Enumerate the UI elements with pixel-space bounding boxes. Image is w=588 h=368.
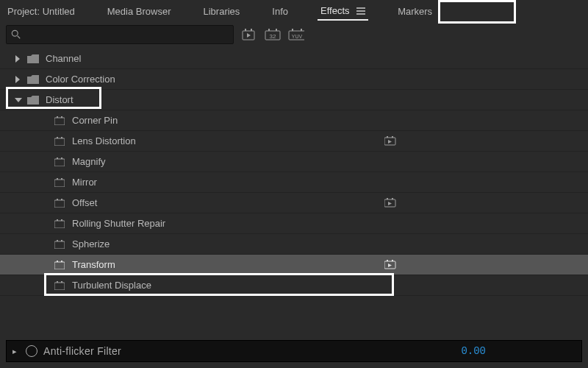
svg-rect-41 [392,198,393,199]
svg-rect-36 [54,200,65,208]
folder-label: Distort [46,94,74,105]
svg-rect-6 [245,29,246,31]
preset-icon [53,198,66,208]
effect-corner-pin[interactable]: Corner Pin [0,110,588,131]
effects-search[interactable] [6,25,234,44]
preset-icon [53,177,66,188]
svg-rect-22 [61,116,62,118]
effect-controls-row[interactable]: ▸ Anti-flicker Filter 0.00 [6,340,582,362]
svg-rect-53 [387,260,388,261]
chevron-down-icon[interactable] [15,97,26,103]
svg-rect-10 [268,29,270,31]
svg-marker-42 [388,202,392,205]
effects-toolbar: 32 YUV [0,22,588,47]
gpu-badge-icon [384,260,397,270]
svg-text:YUV: YUV [292,34,303,39]
svg-marker-8 [247,33,251,38]
effect-offset[interactable]: Offset [0,193,588,213]
effect-label: Magnify [72,156,106,167]
accelerated-effects-icon[interactable] [241,28,257,41]
svg-rect-50 [57,261,58,262]
preset-icon [53,260,66,270]
svg-rect-28 [392,136,393,138]
svg-rect-32 [61,158,62,159]
svg-rect-54 [392,260,393,261]
tab-markers[interactable]: Markers [395,3,435,20]
tab-project[interactable]: Project: Untitled [4,3,78,20]
preset-icon [53,157,66,167]
svg-marker-29 [388,140,392,144]
effect-lens-distortion[interactable]: Lens Distortion [0,131,588,152]
property-value[interactable]: 0.00 [461,345,486,357]
panel-menu-icon[interactable] [356,7,365,15]
effect-rolling-shutter[interactable]: Rolling Shutter Repair [0,213,588,234]
svg-rect-27 [387,136,388,138]
effect-spherize[interactable]: Spherize [0,234,588,255]
effect-label: Turbulent Displace [72,280,151,291]
search-icon [11,29,21,40]
effect-mirror[interactable]: Mirror [0,172,588,193]
chevron-right-icon[interactable]: ▸ [7,347,23,356]
svg-rect-31 [57,158,58,159]
svg-rect-23 [54,138,65,146]
svg-rect-45 [61,219,62,221]
svg-text:32: 32 [270,33,276,40]
svg-marker-18 [15,76,20,83]
svg-rect-38 [61,199,62,200]
svg-rect-56 [54,283,65,290]
svg-rect-58 [61,281,62,283]
stopwatch-icon[interactable] [26,345,37,357]
svg-rect-43 [54,221,65,228]
effect-turbulent-displace[interactable]: Turbulent Displace [0,275,588,296]
folder-color-correction[interactable]: Color Correction [0,69,588,90]
svg-marker-17 [15,55,20,63]
svg-rect-11 [276,29,277,31]
folder-icon [26,74,40,85]
effect-label: Lens Distortion [72,135,136,146]
svg-marker-55 [388,263,392,267]
folder-label: Color Correction [46,74,115,85]
svg-rect-30 [54,159,65,166]
tab-media-browser[interactable]: Media Browser [104,3,174,20]
svg-rect-47 [57,240,58,241]
chevron-right-icon[interactable] [15,76,26,83]
effect-transform[interactable]: Transform [0,255,588,275]
yuv-effects-icon[interactable]: YUV [288,28,304,41]
effect-magnify[interactable]: Magnify [0,152,588,172]
svg-rect-35 [61,178,62,180]
chevron-right-icon[interactable] [15,55,26,63]
preset-icon [53,280,66,291]
svg-rect-33 [54,180,65,187]
folder-icon [26,95,40,105]
svg-rect-20 [54,118,65,125]
svg-rect-48 [61,240,62,241]
tab-info[interactable]: Info [269,3,291,20]
svg-rect-15 [301,29,302,31]
svg-rect-14 [292,29,293,31]
folder-channel[interactable]: Channel [0,49,588,69]
panel-tabs: Project: Untitled Media Browser Librarie… [0,0,588,22]
tab-effects[interactable]: Effects [318,2,368,21]
svg-rect-21 [57,116,58,118]
tab-effects-label: Effects [320,5,350,16]
svg-rect-49 [54,262,65,269]
folder-distort[interactable]: Distort [0,90,588,110]
svg-rect-44 [57,219,58,221]
effect-label: Transform [72,259,115,270]
32bit-effects-icon[interactable]: 32 [265,28,281,41]
svg-rect-24 [57,137,58,138]
effect-label: Mirror [72,177,97,188]
tab-libraries[interactable]: Libraries [200,3,243,20]
effect-label: Rolling Shutter Repair [72,218,165,229]
folder-label: Channel [46,53,81,64]
search-input[interactable] [24,29,229,40]
svg-line-4 [18,36,21,39]
svg-rect-51 [61,261,62,262]
property-label: Anti-flicker Filter [43,345,121,357]
preset-icon [53,116,66,126]
svg-marker-19 [15,98,22,102]
effect-label: Corner Pin [72,115,118,126]
effect-label: Spherize [72,238,110,250]
effect-label: Offset [72,197,97,208]
gpu-badge-icon [384,198,397,208]
